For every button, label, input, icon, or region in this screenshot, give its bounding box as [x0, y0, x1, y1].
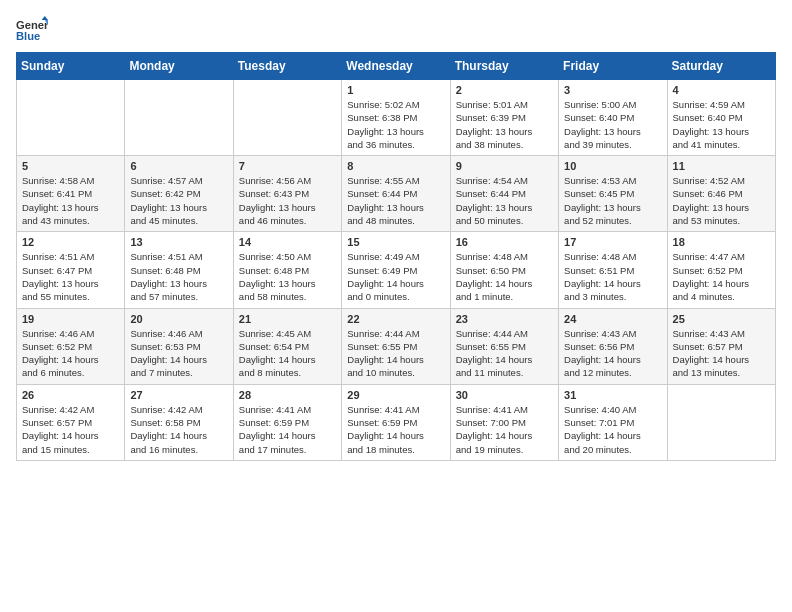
- day-info: Sunrise: 4:55 AM Sunset: 6:44 PM Dayligh…: [347, 174, 444, 227]
- day-info: Sunrise: 4:51 AM Sunset: 6:48 PM Dayligh…: [130, 250, 227, 303]
- weekday-header-tuesday: Tuesday: [233, 53, 341, 80]
- calendar-day-28: 28Sunrise: 4:41 AM Sunset: 6:59 PM Dayli…: [233, 384, 341, 460]
- day-info: Sunrise: 4:46 AM Sunset: 6:53 PM Dayligh…: [130, 327, 227, 380]
- day-number: 31: [564, 389, 661, 401]
- logo: General Blue: [16, 16, 48, 44]
- weekday-header-thursday: Thursday: [450, 53, 558, 80]
- weekday-header-friday: Friday: [559, 53, 667, 80]
- day-number: 28: [239, 389, 336, 401]
- calendar-day-30: 30Sunrise: 4:41 AM Sunset: 7:00 PM Dayli…: [450, 384, 558, 460]
- calendar-empty-cell: [17, 80, 125, 156]
- day-info: Sunrise: 4:41 AM Sunset: 6:59 PM Dayligh…: [239, 403, 336, 456]
- day-number: 29: [347, 389, 444, 401]
- day-number: 25: [673, 313, 770, 325]
- day-number: 18: [673, 236, 770, 248]
- calendar-day-21: 21Sunrise: 4:45 AM Sunset: 6:54 PM Dayli…: [233, 308, 341, 384]
- calendar-day-12: 12Sunrise: 4:51 AM Sunset: 6:47 PM Dayli…: [17, 232, 125, 308]
- weekday-header-saturday: Saturday: [667, 53, 775, 80]
- day-info: Sunrise: 4:53 AM Sunset: 6:45 PM Dayligh…: [564, 174, 661, 227]
- page-header: General Blue: [16, 16, 776, 44]
- calendar-table: SundayMondayTuesdayWednesdayThursdayFrid…: [16, 52, 776, 461]
- day-info: Sunrise: 4:57 AM Sunset: 6:42 PM Dayligh…: [130, 174, 227, 227]
- day-info: Sunrise: 4:46 AM Sunset: 6:52 PM Dayligh…: [22, 327, 119, 380]
- calendar-empty-cell: [667, 384, 775, 460]
- day-number: 12: [22, 236, 119, 248]
- day-info: Sunrise: 4:47 AM Sunset: 6:52 PM Dayligh…: [673, 250, 770, 303]
- day-number: 27: [130, 389, 227, 401]
- calendar-empty-cell: [125, 80, 233, 156]
- day-info: Sunrise: 5:02 AM Sunset: 6:38 PM Dayligh…: [347, 98, 444, 151]
- calendar-day-11: 11Sunrise: 4:52 AM Sunset: 6:46 PM Dayli…: [667, 156, 775, 232]
- day-number: 20: [130, 313, 227, 325]
- day-info: Sunrise: 4:44 AM Sunset: 6:55 PM Dayligh…: [347, 327, 444, 380]
- calendar-day-8: 8Sunrise: 4:55 AM Sunset: 6:44 PM Daylig…: [342, 156, 450, 232]
- calendar-day-20: 20Sunrise: 4:46 AM Sunset: 6:53 PM Dayli…: [125, 308, 233, 384]
- day-info: Sunrise: 4:45 AM Sunset: 6:54 PM Dayligh…: [239, 327, 336, 380]
- calendar-week-row: 1Sunrise: 5:02 AM Sunset: 6:38 PM Daylig…: [17, 80, 776, 156]
- day-info: Sunrise: 4:49 AM Sunset: 6:49 PM Dayligh…: [347, 250, 444, 303]
- day-number: 17: [564, 236, 661, 248]
- day-number: 23: [456, 313, 553, 325]
- day-number: 2: [456, 84, 553, 96]
- svg-text:General: General: [16, 19, 48, 31]
- day-number: 21: [239, 313, 336, 325]
- calendar-day-14: 14Sunrise: 4:50 AM Sunset: 6:48 PM Dayli…: [233, 232, 341, 308]
- calendar-day-17: 17Sunrise: 4:48 AM Sunset: 6:51 PM Dayli…: [559, 232, 667, 308]
- day-number: 4: [673, 84, 770, 96]
- day-info: Sunrise: 4:58 AM Sunset: 6:41 PM Dayligh…: [22, 174, 119, 227]
- calendar-week-row: 26Sunrise: 4:42 AM Sunset: 6:57 PM Dayli…: [17, 384, 776, 460]
- calendar-day-16: 16Sunrise: 4:48 AM Sunset: 6:50 PM Dayli…: [450, 232, 558, 308]
- calendar-day-27: 27Sunrise: 4:42 AM Sunset: 6:58 PM Dayli…: [125, 384, 233, 460]
- day-info: Sunrise: 4:51 AM Sunset: 6:47 PM Dayligh…: [22, 250, 119, 303]
- svg-text:Blue: Blue: [16, 30, 40, 42]
- day-info: Sunrise: 4:43 AM Sunset: 6:57 PM Dayligh…: [673, 327, 770, 380]
- day-number: 19: [22, 313, 119, 325]
- calendar-day-9: 9Sunrise: 4:54 AM Sunset: 6:44 PM Daylig…: [450, 156, 558, 232]
- day-number: 15: [347, 236, 444, 248]
- weekday-header-sunday: Sunday: [17, 53, 125, 80]
- day-info: Sunrise: 4:54 AM Sunset: 6:44 PM Dayligh…: [456, 174, 553, 227]
- day-number: 13: [130, 236, 227, 248]
- calendar-day-22: 22Sunrise: 4:44 AM Sunset: 6:55 PM Dayli…: [342, 308, 450, 384]
- day-info: Sunrise: 4:59 AM Sunset: 6:40 PM Dayligh…: [673, 98, 770, 151]
- calendar-day-29: 29Sunrise: 4:41 AM Sunset: 6:59 PM Dayli…: [342, 384, 450, 460]
- calendar-day-15: 15Sunrise: 4:49 AM Sunset: 6:49 PM Dayli…: [342, 232, 450, 308]
- day-number: 3: [564, 84, 661, 96]
- calendar-day-19: 19Sunrise: 4:46 AM Sunset: 6:52 PM Dayli…: [17, 308, 125, 384]
- day-info: Sunrise: 4:44 AM Sunset: 6:55 PM Dayligh…: [456, 327, 553, 380]
- day-info: Sunrise: 4:43 AM Sunset: 6:56 PM Dayligh…: [564, 327, 661, 380]
- day-number: 6: [130, 160, 227, 172]
- day-info: Sunrise: 4:48 AM Sunset: 6:50 PM Dayligh…: [456, 250, 553, 303]
- day-number: 16: [456, 236, 553, 248]
- weekday-header-wednesday: Wednesday: [342, 53, 450, 80]
- calendar-day-13: 13Sunrise: 4:51 AM Sunset: 6:48 PM Dayli…: [125, 232, 233, 308]
- calendar-week-row: 19Sunrise: 4:46 AM Sunset: 6:52 PM Dayli…: [17, 308, 776, 384]
- calendar-day-1: 1Sunrise: 5:02 AM Sunset: 6:38 PM Daylig…: [342, 80, 450, 156]
- calendar-day-24: 24Sunrise: 4:43 AM Sunset: 6:56 PM Dayli…: [559, 308, 667, 384]
- calendar-day-18: 18Sunrise: 4:47 AM Sunset: 6:52 PM Dayli…: [667, 232, 775, 308]
- day-number: 14: [239, 236, 336, 248]
- day-number: 24: [564, 313, 661, 325]
- day-info: Sunrise: 5:01 AM Sunset: 6:39 PM Dayligh…: [456, 98, 553, 151]
- calendar-day-7: 7Sunrise: 4:56 AM Sunset: 6:43 PM Daylig…: [233, 156, 341, 232]
- calendar-day-5: 5Sunrise: 4:58 AM Sunset: 6:41 PM Daylig…: [17, 156, 125, 232]
- day-number: 8: [347, 160, 444, 172]
- weekday-header-monday: Monday: [125, 53, 233, 80]
- svg-marker-2: [42, 16, 48, 20]
- calendar-empty-cell: [233, 80, 341, 156]
- calendar-day-3: 3Sunrise: 5:00 AM Sunset: 6:40 PM Daylig…: [559, 80, 667, 156]
- day-info: Sunrise: 5:00 AM Sunset: 6:40 PM Dayligh…: [564, 98, 661, 151]
- calendar-day-6: 6Sunrise: 4:57 AM Sunset: 6:42 PM Daylig…: [125, 156, 233, 232]
- day-number: 22: [347, 313, 444, 325]
- weekday-header-row: SundayMondayTuesdayWednesdayThursdayFrid…: [17, 53, 776, 80]
- day-number: 10: [564, 160, 661, 172]
- day-info: Sunrise: 4:42 AM Sunset: 6:57 PM Dayligh…: [22, 403, 119, 456]
- calendar-day-4: 4Sunrise: 4:59 AM Sunset: 6:40 PM Daylig…: [667, 80, 775, 156]
- day-number: 7: [239, 160, 336, 172]
- logo-icon: General Blue: [16, 16, 48, 44]
- day-info: Sunrise: 4:52 AM Sunset: 6:46 PM Dayligh…: [673, 174, 770, 227]
- day-number: 26: [22, 389, 119, 401]
- day-number: 5: [22, 160, 119, 172]
- calendar-week-row: 5Sunrise: 4:58 AM Sunset: 6:41 PM Daylig…: [17, 156, 776, 232]
- calendar-day-2: 2Sunrise: 5:01 AM Sunset: 6:39 PM Daylig…: [450, 80, 558, 156]
